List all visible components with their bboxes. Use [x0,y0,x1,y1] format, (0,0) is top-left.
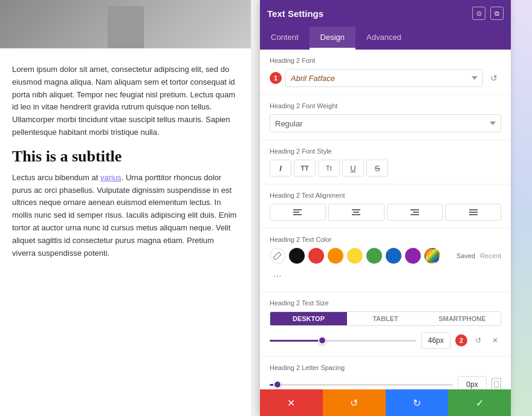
letter-spacing-slider[interactable] [270,384,453,386]
recent-label: Recent [480,252,501,259]
right-decoration [511,0,532,416]
color-gradient[interactable] [424,248,440,264]
panel-body: Heading 2 Font 1 Abril Fatface Arial Geo… [260,50,511,389]
alignment-buttons [270,204,501,221]
settings-icon[interactable]: ⊙ [472,7,485,20]
tab-advanced[interactable]: Advanced [355,27,412,50]
panel-tabs: Content Design Advanced [260,27,511,50]
color-swatches-row: Saved Recent [270,248,501,264]
svg-rect-3 [352,209,360,210]
panel-header: Text Settings ⊙ ⧉ [260,0,511,27]
saved-label: Saved [456,252,475,259]
heading2-size-section: Heading 2 Text Size DESKTOP TABLET SMART… [260,292,511,357]
svg-rect-9 [469,209,478,210]
tab-content[interactable]: Content [260,27,310,50]
heading2-color-label: Heading 2 Text Color [270,236,501,243]
letter-spacing-slider-row: 0px [270,376,501,389]
italic-button[interactable]: I [270,160,291,177]
color-green[interactable] [366,248,382,264]
color-purple[interactable] [405,248,421,264]
heading2-alignment-section: Heading 2 Text Alignment [260,184,511,229]
svg-rect-1 [293,212,299,213]
paragraph-1: Lorem ipsum dolor sit amet, consectetur … [12,63,239,139]
heading2-color-section: Heading 2 Text Color Saved Rec [260,229,511,292]
svg-rect-7 [413,212,419,213]
size-clear-button[interactable]: ✕ [489,334,501,346]
svg-rect-0 [293,209,302,210]
heading2-font-style-section: Heading 2 Font Style I TT Tt U S [260,140,511,184]
svg-rect-4 [353,212,359,213]
heading2-letter-spacing-section: Heading 2 Letter Spacing 0px [260,357,511,389]
strikethrough-button[interactable]: S [366,160,388,177]
step-badge-1: 1 [270,72,282,84]
varius-link[interactable]: varius [100,173,122,182]
font-weight-select[interactable]: Regular Bold Light [270,114,501,132]
color-orange[interactable] [328,248,343,264]
close-button[interactable]: ✕ [260,389,323,416]
uppercase-button[interactable]: TT [294,160,316,177]
font-select[interactable]: Abril Fatface Arial Georgia [285,69,483,87]
svg-rect-8 [410,214,419,215]
size-tab-desktop[interactable]: DESKTOP [270,312,347,325]
paragraph-2: Lectus arcu bibendum at varius. Urna por… [12,172,239,260]
color-black[interactable] [289,248,305,264]
svg-rect-5 [352,214,360,215]
expand-icon[interactable]: ⧉ [490,7,504,20]
panel-title: Text Settings [267,8,323,19]
font-select-row: 1 Abril Fatface Arial Georgia ↺ [270,69,501,87]
undo-button[interactable]: ↺ [323,389,386,416]
subtitle-heading: This is a subtitle [12,148,239,166]
svg-rect-11 [469,214,478,215]
align-justify-button[interactable] [445,204,501,221]
svg-rect-6 [410,209,419,210]
tab-design[interactable]: Design [310,27,355,50]
align-left-button[interactable] [270,204,326,221]
color-blue[interactable] [386,248,401,264]
size-value: 46px [421,332,450,349]
heading2-size-label: Heading 2 Text Size [270,299,501,307]
capitalize-button[interactable]: Tt [318,160,340,177]
size-reset-button[interactable]: ↺ [472,334,484,346]
letter-spacing-value: 0px [458,376,487,389]
heading2-font-section: Heading 2 Font 1 Abril Fatface Arial Geo… [260,50,511,95]
background-content: Lorem ipsum dolor sit amet, consectetur … [0,0,251,416]
align-center-button[interactable] [328,204,384,221]
heading2-font-label: Heading 2 Font [270,57,501,64]
align-right-button[interactable] [387,204,443,221]
redo-button[interactable]: ↻ [386,389,449,416]
mobile-responsive-icon[interactable] [491,378,501,389]
color-red[interactable] [308,248,324,264]
person-photo [108,6,144,48]
underline-button[interactable]: U [342,160,364,177]
panel-header-icons: ⊙ ⧉ [472,7,504,20]
font-reset-button[interactable]: ↺ [487,71,501,85]
color-yellow[interactable] [347,248,363,264]
size-device-tabs: DESKTOP TABLET SMARTPHONE [270,311,501,326]
heading2-font-weight-section: Heading 2 Font Weight Regular Bold Light [260,95,511,140]
svg-rect-13 [496,387,498,388]
more-colors-button[interactable]: ··· [270,268,285,284]
heading2-font-weight-label: Heading 2 Font Weight [270,102,501,109]
color-picker-button[interactable] [270,248,285,264]
text-settings-panel: Text Settings ⊙ ⧉ Content Design Advance… [260,0,511,416]
size-slider-row: 46px 2 ↺ ✕ [270,332,501,349]
heading2-font-style-label: Heading 2 Font Style [270,148,501,155]
size-slider[interactable] [270,340,417,342]
font-style-buttons: I TT Tt U S [270,160,501,177]
photo-area [0,0,251,48]
size-tab-tablet[interactable]: TABLET [347,312,424,325]
confirm-button[interactable]: ✓ [448,389,511,416]
svg-rect-2 [293,214,302,215]
color-saved-recent: Saved Recent [456,252,501,259]
heading2-alignment-label: Heading 2 Text Alignment [270,192,501,199]
panel-footer: ✕ ↺ ↻ ✓ [260,389,511,416]
step-badge-2: 2 [455,334,467,346]
size-tab-smartphone[interactable]: SMARTPHONE [424,312,501,325]
heading2-letter-spacing-label: Heading 2 Letter Spacing [270,364,501,371]
svg-rect-10 [469,212,478,213]
